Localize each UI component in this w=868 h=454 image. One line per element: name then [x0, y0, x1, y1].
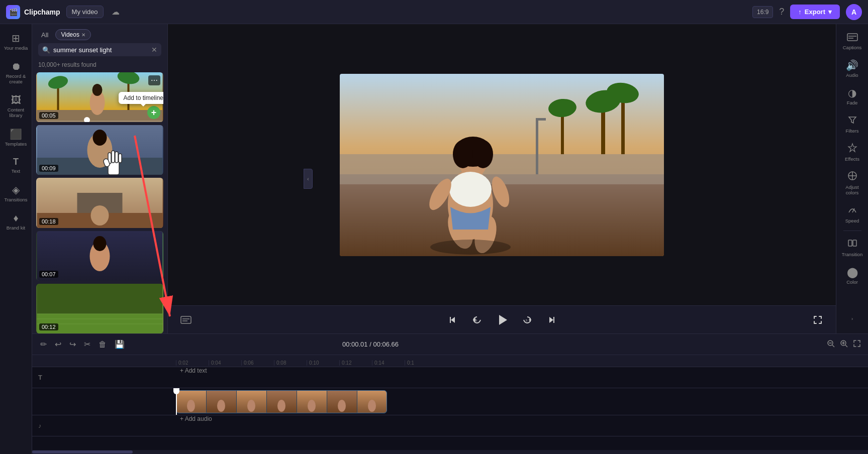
- main-content: ⊞ Your media ⏺ Record & create 🖼 Content…: [0, 24, 868, 454]
- preview-video: [168, 24, 836, 305]
- text-track-label: T: [32, 374, 176, 381]
- sidebar-item-label: Text: [12, 168, 20, 174]
- search-input[interactable]: [53, 46, 148, 54]
- video-track-content[interactable]: [176, 388, 868, 415]
- right-sidebar-item-effects[interactable]: Effects: [838, 139, 866, 166]
- timeline-main: 0:02 0:04 0:06 0:08 0:10 0:12 0:14 0:1 T: [32, 355, 868, 450]
- speed-icon: [847, 204, 857, 217]
- skip-to-end-button[interactable]: [543, 312, 559, 328]
- timeline: ✏ ↩ ↪ ✂ 🗑 💾 00:00.01 / 00:06.66: [32, 333, 868, 454]
- timeline-scrollbar[interactable]: [32, 450, 868, 454]
- sidebar-item-your-media[interactable]: ⊞ Your media: [2, 28, 30, 55]
- export-button[interactable]: ↑ Export ▾: [790, 5, 840, 19]
- right-sidebar-item-adjust-colors[interactable]: Adjust colors: [838, 167, 866, 199]
- skip-to-start-button[interactable]: [445, 312, 461, 328]
- cut-button[interactable]: ✂: [82, 337, 92, 351]
- audio-track-content[interactable]: + Add audio: [176, 415, 868, 436]
- sidebar-item-label: Record & create: [4, 73, 28, 84]
- media-thumb-1[interactable]: 00:05 ⋯ + Add to timeline: [36, 72, 163, 122]
- transition-icon: [847, 238, 857, 251]
- fit-timeline-button[interactable]: [852, 338, 862, 351]
- preview-and-right: All Videos ✕ 🔍 ✕ 10,000+ results found: [32, 24, 868, 333]
- color-icon: ⬤: [847, 266, 858, 278]
- sidebar-item-transitions[interactable]: ◈ Transitions: [2, 180, 30, 206]
- right-sidebar-transition-label: Transition: [842, 252, 862, 257]
- audio-track-label: ♪: [32, 422, 176, 429]
- zoom-in-button[interactable]: [839, 338, 849, 351]
- rewind-5s-button[interactable]: 5: [469, 312, 485, 328]
- search-icon: 🔍: [42, 46, 50, 54]
- filter-remove-button[interactable]: ✕: [81, 32, 85, 38]
- svg-point-84: [217, 400, 225, 412]
- media-thumb-3[interactable]: 00:18: [36, 178, 163, 228]
- media-grid: 00:05 ⋯ + Add to timeline: [32, 72, 167, 333]
- avatar[interactable]: A: [846, 4, 862, 20]
- fullscreen-button[interactable]: [810, 312, 826, 328]
- right-sidebar-item-fade[interactable]: ◑ Fade: [838, 83, 866, 109]
- add-text-button[interactable]: + Add text: [176, 367, 868, 374]
- clear-search-icon[interactable]: ✕: [151, 46, 157, 54]
- transitions-sidebar-icon: ◈: [12, 184, 20, 196]
- right-sidebar-audio-label: Audio: [846, 72, 858, 78]
- right-sidebar-filters-label: Filters: [846, 128, 859, 134]
- right-sidebar-item-audio[interactable]: 🔊 Audio: [838, 55, 866, 82]
- media-thumb-5[interactable]: 00:12: [36, 284, 163, 333]
- right-sidebar-item-speed[interactable]: Speed: [838, 200, 866, 228]
- sidebar-item-record-create[interactable]: ⏺ Record & create: [2, 57, 30, 88]
- text-track: T + Add text: [32, 367, 868, 388]
- filter-all-button[interactable]: All: [38, 30, 51, 40]
- timeline-toolbar: ✏ ↩ ↪ ✂ 🗑 💾 00:00.01 / 00:06.66: [32, 334, 868, 355]
- sidebar-item-brand-kit[interactable]: ♦ Brand kit: [2, 208, 30, 235]
- captions-toggle-button[interactable]: [178, 312, 194, 328]
- video-title[interactable]: My video: [66, 6, 104, 18]
- text-track-icon: T: [38, 374, 42, 381]
- sidebar-item-text[interactable]: T Text: [2, 153, 30, 178]
- sidebar-item-templates[interactable]: ⬛ Templates: [2, 124, 30, 151]
- redo-button[interactable]: ↪: [67, 337, 78, 351]
- help-button[interactable]: ?: [779, 7, 784, 17]
- undo-button[interactable]: ↩: [53, 337, 63, 351]
- add-audio-button[interactable]: + Add audio: [176, 415, 868, 422]
- save-clip-button[interactable]: 💾: [113, 337, 127, 351]
- captions-icon: [847, 32, 858, 44]
- export-chevron: ▾: [828, 8, 832, 16]
- sidebar-item-content-library[interactable]: 🖼 Content library: [2, 90, 30, 122]
- forward-5s-button[interactable]: 5: [519, 312, 535, 328]
- filter-videos-tag: Videos ✕: [55, 29, 90, 40]
- play-button[interactable]: [493, 311, 511, 329]
- filters-icon: [847, 115, 857, 127]
- thumb-duration-4: 00:07: [39, 271, 58, 278]
- search-bar: 🔍 ✕: [38, 43, 161, 56]
- thumb-more-button-1[interactable]: ⋯: [148, 75, 160, 85]
- right-sidebar-item-filters[interactable]: Filters: [838, 110, 866, 138]
- your-media-icon: ⊞: [12, 32, 20, 44]
- media-thumb-2[interactable]: 00:09: [36, 125, 163, 175]
- delete-button[interactable]: 🗑: [97, 338, 109, 351]
- collapse-panel-button[interactable]: ‹: [304, 169, 313, 189]
- playhead-marker: [173, 388, 179, 394]
- ruler-mark-7: 0:1: [405, 360, 437, 366]
- svg-point-39: [453, 140, 473, 168]
- scrub-bar-1[interactable]: [36, 121, 163, 122]
- video-clip[interactable]: [176, 390, 387, 413]
- right-sidebar-item-color[interactable]: ⬤ Color: [838, 262, 866, 289]
- thumb-duration-5: 00:12: [39, 323, 58, 330]
- media-panel: All Videos ✕ 🔍 ✕ 10,000+ results found: [32, 24, 168, 333]
- right-sidebar-item-transition[interactable]: Transition: [838, 234, 866, 261]
- right-sidebar-item-captions[interactable]: Captions: [838, 28, 866, 54]
- zoom-out-button[interactable]: [826, 338, 836, 351]
- adjust-colors-icon: [847, 171, 857, 183]
- timeline-scrollbar-thumb[interactable]: [32, 450, 133, 453]
- svg-marker-50: [451, 317, 455, 323]
- ruler-mark-0: 0:02: [176, 360, 209, 366]
- aspect-ratio-badge[interactable]: 16:9: [752, 6, 773, 18]
- collapse-right-sidebar-button[interactable]: ›: [838, 312, 866, 325]
- record-icon: ⏺: [11, 61, 21, 72]
- media-thumb-4[interactable]: 00:07: [36, 231, 163, 281]
- text-track-content[interactable]: + Add text: [176, 367, 868, 388]
- audio-track-icon: ♪: [38, 422, 41, 429]
- timeline-ruler: 0:02 0:04 0:06 0:08 0:10 0:12 0:14 0:1: [32, 355, 868, 367]
- draw-mode-button[interactable]: ✏: [38, 337, 49, 351]
- ruler-mark-1: 0:04: [209, 360, 241, 366]
- playhead[interactable]: [176, 388, 177, 415]
